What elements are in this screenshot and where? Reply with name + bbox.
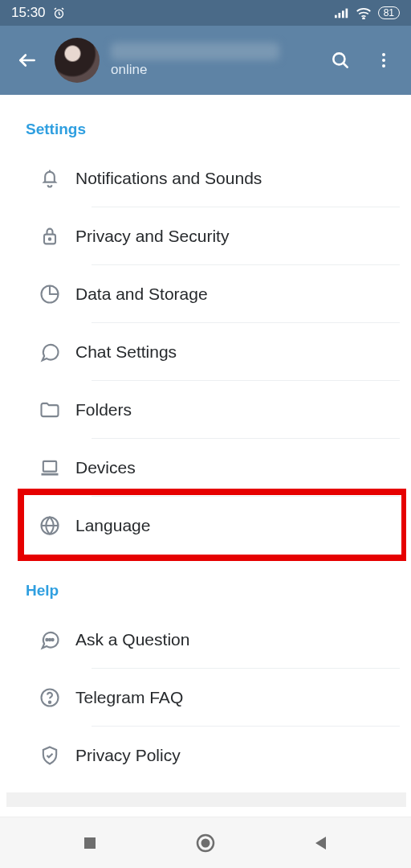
wifi-icon <box>356 7 372 19</box>
lock-icon <box>24 225 75 248</box>
settings-item[interactable]: Language <box>21 497 400 555</box>
screen: 15:30 81 <box>0 0 411 868</box>
settings-item[interactable]: Chat Settings <box>21 323 400 381</box>
item-label: Language <box>75 516 400 535</box>
chat-bubble-icon <box>24 341 75 363</box>
svg-rect-20 <box>84 837 96 849</box>
svg-point-7 <box>382 53 385 56</box>
svg-point-22 <box>201 838 210 847</box>
section-title-help: Help <box>21 574 400 611</box>
signal-icon <box>335 7 349 18</box>
folder-icon <box>24 399 75 421</box>
bell-icon <box>24 167 75 190</box>
item-label: Notifications and Sounds <box>75 169 400 188</box>
section-title-settings: Settings <box>21 113 400 149</box>
chat-dots-icon <box>24 628 75 651</box>
svg-rect-4 <box>345 9 348 18</box>
svg-rect-3 <box>342 10 344 18</box>
svg-rect-1 <box>335 15 337 18</box>
avatar[interactable] <box>55 38 100 83</box>
svg-point-16 <box>49 639 51 641</box>
settings-item[interactable]: Devices <box>21 439 400 497</box>
status-right: 81 <box>335 6 400 19</box>
profile-info[interactable]: online <box>111 43 279 78</box>
alarm-icon <box>52 6 66 20</box>
svg-point-8 <box>382 59 385 62</box>
item-label: Devices <box>75 458 400 477</box>
svg-point-11 <box>49 238 51 240</box>
svg-point-19 <box>49 702 51 703</box>
status-left: 15:30 <box>11 5 66 21</box>
profile-status: online <box>111 62 279 78</box>
globe-icon <box>24 514 75 537</box>
more-button[interactable] <box>368 44 400 76</box>
item-label: Telegram FAQ <box>75 688 400 707</box>
nav-back-button[interactable] <box>307 829 336 858</box>
settings-item[interactable]: Data and Storage <box>21 265 400 323</box>
nav-recent-button[interactable] <box>75 829 104 858</box>
settings-item[interactable]: Privacy Policy <box>21 727 400 784</box>
svg-point-9 <box>382 64 385 68</box>
question-icon <box>24 686 75 709</box>
search-button[interactable] <box>324 44 356 76</box>
item-label: Privacy Policy <box>75 746 400 765</box>
item-label: Chat Settings <box>75 342 400 362</box>
content: Settings Notifications and SoundsPrivacy… <box>0 95 411 817</box>
pie-chart-icon <box>24 283 75 305</box>
item-label: Privacy and Security <box>75 227 400 246</box>
back-button[interactable] <box>11 44 43 76</box>
svg-point-17 <box>51 639 53 641</box>
item-label: Data and Storage <box>75 285 400 304</box>
shield-check-icon <box>24 744 75 767</box>
settings-item[interactable]: Ask a Question <box>21 611 400 669</box>
settings-item[interactable]: Folders <box>21 381 400 439</box>
bottom-fade <box>6 792 411 807</box>
svg-rect-2 <box>338 13 340 18</box>
status-time: 15:30 <box>11 5 46 21</box>
settings-item[interactable]: Privacy and Security <box>21 207 400 265</box>
devices-icon <box>24 457 75 479</box>
status-bar: 15:30 81 <box>0 0 411 26</box>
battery-indicator: 81 <box>378 6 400 19</box>
settings-item[interactable]: Telegram FAQ <box>21 669 400 727</box>
nav-home-button[interactable] <box>191 829 220 858</box>
profile-name-blurred <box>111 43 279 60</box>
svg-point-5 <box>363 18 364 19</box>
svg-point-15 <box>46 639 47 641</box>
android-nav-bar <box>0 817 411 868</box>
svg-rect-13 <box>43 461 56 472</box>
item-label: Ask a Question <box>75 630 400 649</box>
app-bar: online <box>0 26 411 95</box>
settings-item[interactable]: Notifications and Sounds <box>21 149 400 207</box>
item-label: Folders <box>75 400 400 420</box>
